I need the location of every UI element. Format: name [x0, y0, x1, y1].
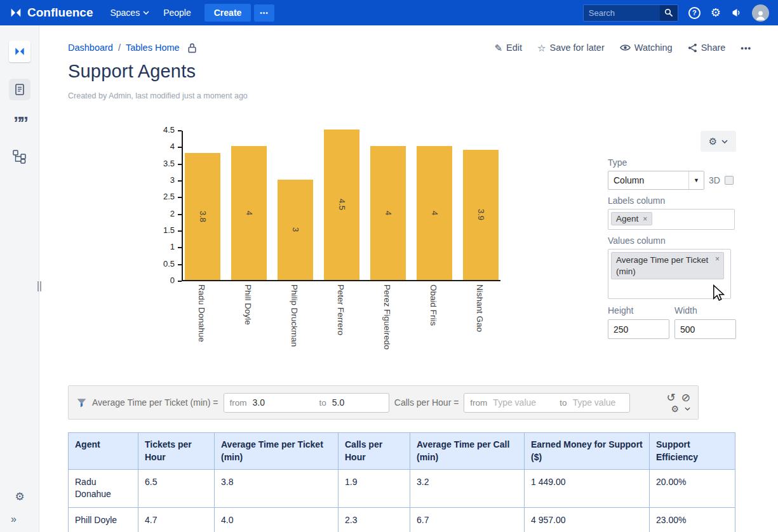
breadcrumb: Dashboard / Tables Home [68, 43, 197, 53]
height-width-inputs [608, 319, 736, 339]
help-question-mark: ? [688, 7, 701, 19]
quote-icon: ”” [13, 113, 26, 133]
undo-icon[interactable]: ↺ [667, 392, 676, 403]
y-tick-label: 4 [170, 142, 175, 152]
tree-icon [13, 150, 26, 164]
filter2-to-input[interactable] [572, 397, 624, 408]
height-width-labels: Height Width [608, 305, 736, 316]
page-title: Support Agents [68, 61, 196, 82]
filter-funnel-icon [76, 397, 87, 408]
breadcrumb-link-tables-home[interactable]: Tables Home [126, 43, 180, 53]
x-axis-label: Radu Donahue [184, 284, 219, 373]
table-cell: 3.8 [215, 469, 339, 507]
x-axis-label: Philip Druckman [276, 284, 312, 373]
sidebar-expand-button[interactable]: » [0, 514, 39, 525]
to-label: to [319, 398, 326, 408]
y-tick-label: 3.5 [163, 159, 175, 170]
chart-bar: 3 [278, 180, 313, 280]
search-input[interactable] [584, 5, 660, 21]
table-cell: 4.7 [138, 507, 215, 532]
sidebar-item-pages[interactable] [9, 79, 30, 100]
edit-button[interactable]: ✎ Edit [494, 43, 522, 53]
chart-type-select[interactable]: Column ▼ [608, 171, 704, 190]
filter-top-controls: ↺ ⊘ [667, 392, 691, 403]
breadcrumb-link-dashboard[interactable]: Dashboard [68, 43, 113, 53]
restrictions-lock-icon[interactable] [187, 43, 197, 53]
search-icon[interactable] [660, 5, 678, 21]
space-settings-gear-icon[interactable]: ⚙ [0, 490, 39, 503]
navbar-more-button[interactable]: ••• [254, 4, 274, 22]
filter-controls: ↺ ⊘ ⚙ [667, 392, 692, 413]
people-label: People [163, 8, 191, 18]
share-button[interactable]: Share [688, 43, 726, 53]
remove-tag-icon[interactable]: × [715, 255, 720, 265]
filter2-label: Calls per Hour = [394, 397, 459, 408]
x-axis-label: Perez Figueiredo [369, 284, 405, 373]
space-logo-icon [13, 45, 26, 58]
page-more-button[interactable]: ••• [741, 43, 751, 53]
search-box[interactable] [583, 4, 678, 22]
type-row: Column ▼ 3D [608, 171, 736, 190]
remove-tag-icon[interactable]: × [643, 215, 647, 223]
values-column-box[interactable]: Average Time per Ticket (min) × [608, 249, 731, 299]
height-input[interactable] [608, 319, 669, 339]
filter2-from-input[interactable] [492, 397, 555, 408]
bar-value-label: 3.9 [476, 209, 486, 220]
filter-settings-button[interactable]: ⚙ [671, 404, 690, 413]
filter1-range-box[interactable]: from to [224, 393, 389, 413]
width-input[interactable] [674, 319, 736, 339]
table-header-cell: Tickets per Hour [138, 433, 215, 470]
labels-column-box[interactable]: Agent × [608, 209, 735, 230]
filter1-from-input[interactable] [252, 397, 315, 408]
save-for-later-button[interactable]: ☆ Save for later [537, 43, 605, 53]
announcements-megaphone-icon[interactable] [731, 8, 742, 18]
table-body: Radu Donahue6.53.81.93.21 449.0020.00%Ph… [69, 469, 735, 532]
page-byline: Created by Admin, last modified just a m… [68, 91, 248, 100]
space-logo[interactable] [9, 41, 30, 62]
chevron-down-icon [721, 140, 728, 143]
chart-type-value: Column [614, 175, 688, 185]
gear-glyph: ⚙ [15, 491, 24, 503]
chart-bar: 3.8 [185, 153, 220, 280]
table-cell: 20.00% [650, 469, 735, 507]
chart-bar: 4 [231, 146, 267, 280]
table-cell: 4.0 [215, 507, 339, 532]
bar-value-label: 3 [291, 227, 300, 232]
height-label: Height [608, 305, 674, 316]
sidebar-item-blog[interactable]: ”” [0, 113, 39, 133]
people-menu[interactable]: People [156, 0, 198, 25]
pencil-icon: ✎ [494, 43, 502, 53]
gear-glyph: ⚙ [709, 136, 717, 146]
filter2-range-box[interactable]: from to [464, 393, 629, 413]
spaces-menu[interactable]: Spaces [103, 0, 156, 25]
admin-gear-icon[interactable]: ⚙ [711, 7, 721, 18]
bar-value-label: 4.5 [337, 199, 347, 210]
brand-name: Confluence [27, 6, 93, 20]
table-cell: Phill Doyle [69, 507, 138, 532]
user-avatar[interactable] [752, 4, 769, 22]
table-header-cell: Calls per Hour [339, 433, 410, 470]
y-tick-label: 1 [170, 242, 175, 253]
y-tick-label: 3 [170, 175, 175, 186]
bar-value-label: 4 [384, 211, 393, 215]
chart-bar: 4 [417, 146, 452, 280]
watching-button[interactable]: Watching [620, 43, 673, 53]
gear-glyph: ⚙ [711, 7, 721, 18]
share-label: Share [701, 43, 726, 53]
table-cell: 6.7 [410, 507, 525, 532]
sidebar-item-page-tree[interactable] [13, 150, 26, 166]
table-cell: 3.2 [410, 469, 525, 507]
create-button[interactable]: Create [205, 4, 252, 22]
eye-icon [620, 44, 631, 51]
filter1-to-input[interactable] [331, 397, 383, 408]
chart-settings-gear-button[interactable]: ⚙ [701, 131, 736, 152]
star-icon: ☆ [537, 43, 546, 53]
confluence-home-link[interactable]: Confluence [9, 6, 93, 20]
sidebar-resize-handle[interactable] [37, 281, 43, 291]
table-row: Phill Doyle4.74.02.36.74 957.0023.00% [69, 507, 735, 532]
3d-checkbox[interactable] [725, 176, 734, 185]
help-icon[interactable]: ? [688, 7, 701, 19]
clear-filters-icon[interactable]: ⊘ [681, 392, 690, 403]
table-cell: 6.5 [138, 469, 215, 507]
chart-x-labels: Radu DonahuePhill DoylePhilip DruckmanPe… [182, 281, 500, 373]
